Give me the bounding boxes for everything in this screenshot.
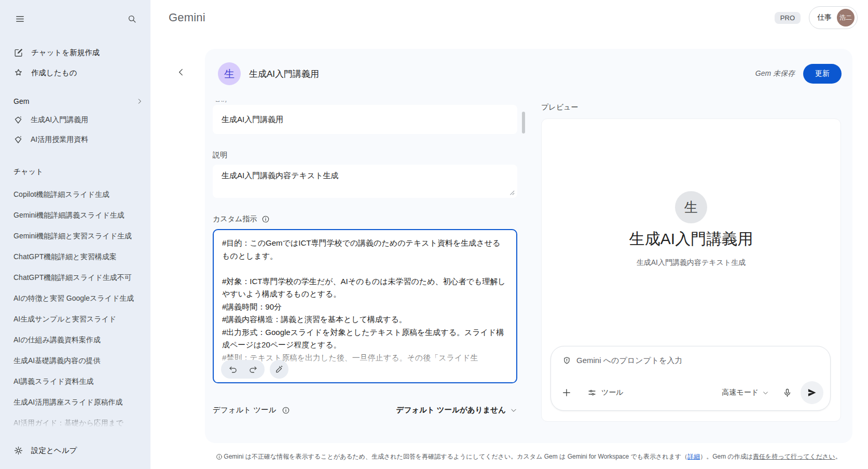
chat-item[interactable]: 生成AI活用講座スライド原稿作成 [13, 397, 141, 407]
chat-item[interactable]: Gemini機能詳細講義スライド生成 [13, 210, 141, 220]
default-tools-row: デフォルト ツール デフォルト ツールがありません [213, 405, 517, 415]
topbar-right: PRO 仕事 浩二 [775, 6, 858, 29]
disclaimer: Gemini は不正確な情報を表示することがあるため、生成された回答を再確認する… [205, 452, 852, 461]
prompt-input-box[interactable]: Gemini へのプロンプトを入力 ツール 高速モード [550, 346, 831, 411]
account-pill[interactable]: 仕事 浩二 [809, 6, 858, 29]
gem-form: 名前 生成AI入門講義用 説明 生成AI入門講義内容テキスト生成 カスタム指示 … [213, 101, 517, 415]
preview-header: プレビュー [541, 103, 841, 112]
chat-item[interactable]: AI生成サンプルと実習スライド [13, 314, 141, 324]
gem-editor-header: 生 生成AI入門講義用 Gem 未保存 更新 [218, 62, 842, 85]
chevron-left-icon [176, 68, 186, 77]
chat-item[interactable]: AI活用ガイド：基礎から応用まで [13, 418, 141, 428]
undo-button[interactable] [223, 360, 243, 379]
info-icon [216, 453, 223, 460]
send-button[interactable] [801, 381, 823, 404]
preview-gem-avatar: 生 [675, 191, 707, 223]
gem-item-label: AI活用授業用資料 [31, 135, 88, 144]
chat-item[interactable]: 生成AI基礎講義内容の提供 [13, 356, 141, 366]
sidebar-item-new-chat[interactable]: チャットを新規作成 [13, 47, 150, 58]
avatar[interactable]: 浩二 [837, 9, 855, 26]
page-title: 生成AI入門講義用 [249, 68, 319, 80]
name-input[interactable]: 生成AI入門講義用 [213, 105, 517, 134]
instructions-label: カスタム指示 [213, 215, 517, 224]
chat-list: Copilot機能詳細スライド生成 Gemini機能詳細講義スライド生成 Gem… [0, 190, 150, 428]
preview-section: プレビュー 生 生成AI入門講義用 生成AI入門講義内容テキスト生成 Gemin… [541, 103, 841, 422]
sliders-icon [587, 388, 597, 397]
instructions-textarea[interactable]: #目的：このGemではICT専門学校での講義のためのテキスト資料を生成させるもの… [213, 229, 517, 383]
details-link[interactable]: 詳細 [687, 453, 700, 460]
default-tools-label: デフォルト ツール [213, 405, 290, 415]
redo-button[interactable] [243, 360, 263, 379]
chat-item[interactable]: ChatGPT機能詳細と実習構成案 [13, 252, 141, 262]
star-badge-icon [13, 68, 23, 78]
sidebar-gem-item[interactable]: 生成AI入門講義用 [13, 115, 150, 125]
pen-sparkle-icon [274, 365, 284, 374]
description-label: 説明 [213, 151, 517, 160]
instructions-text: #目的：このGemではICT専門学校での講義のためのテキスト資料を生成させるもの… [214, 230, 516, 371]
chat-item[interactable]: ChatGPT機能詳細スライド生成不可 [13, 273, 141, 283]
resize-grip-icon[interactable] [508, 189, 515, 195]
back-button[interactable] [173, 64, 189, 80]
info-icon[interactable] [261, 215, 270, 223]
gem-item-label: 生成AI入門講義用 [31, 115, 88, 125]
chat-item[interactable]: Gemini機能詳細と実習スライド生成 [13, 231, 141, 241]
sidebar-gem-header[interactable]: Gem [13, 97, 143, 105]
name-label-clipped: 名前 [213, 101, 517, 105]
compose-icon [13, 48, 23, 58]
gem-editor-card: 生 生成AI入門講義用 Gem 未保存 更新 名前 生成AI入門講義用 説明 生… [205, 49, 852, 443]
plus-icon [561, 387, 572, 398]
add-attachment-button[interactable] [561, 387, 572, 398]
rewrite-magic-button[interactable] [270, 360, 288, 379]
description-input[interactable]: 生成AI入門講義内容テキスト生成 [213, 165, 517, 198]
form-scrollbar-thumb[interactable] [522, 112, 525, 133]
sidebar-item-created[interactable]: 作成したもの [13, 67, 150, 78]
chevron-down-icon [510, 407, 517, 414]
info-icon[interactable] [282, 406, 290, 414]
default-tools-select[interactable]: デフォルト ツールがありません [396, 405, 517, 415]
prompt-placeholder: Gemini へのプロンプトを入力 [576, 356, 683, 366]
preview-gem-title: 生成AI入門講義用 [542, 229, 841, 250]
sidebar-item-settings[interactable]: 設定とヘルプ [13, 446, 77, 455]
send-icon [807, 387, 817, 398]
sidebar: チャットを新規作成 作成したもの Gem 生成AI入門講義用 AI活用授業用資料… [0, 0, 150, 469]
gem-avatar: 生 [218, 62, 241, 85]
unsaved-status: Gem 未保存 [755, 69, 795, 78]
chat-item[interactable]: AIの特徴と実習 Googleスライド生成 [13, 293, 141, 303]
menu-icon[interactable] [13, 12, 26, 25]
preview-panel: 生 生成AI入門講義用 生成AI入門講義内容テキスト生成 Gemini へのプロ… [541, 118, 841, 422]
gem-icon [13, 135, 23, 144]
chat-item[interactable]: AI講義スライド資料生成 [13, 377, 141, 386]
tools-button[interactable]: ツール [587, 388, 624, 397]
chat-item[interactable]: Copilot機能詳細スライド生成 [13, 190, 141, 199]
update-button[interactable]: 更新 [803, 64, 842, 84]
chevron-right-icon [136, 98, 143, 105]
gear-icon [13, 446, 23, 455]
chevron-down-icon [762, 390, 769, 396]
responsibility-link[interactable]: 責任を持って行ってください [753, 453, 835, 460]
gemini-logo: Gemini [169, 11, 205, 24]
sidebar-item-label: 設定とヘルプ [31, 446, 77, 455]
account-label: 仕事 [817, 13, 832, 22]
microphone-icon [782, 388, 792, 398]
sidebar-item-label: チャットを新規作成 [31, 48, 100, 58]
mic-button[interactable] [782, 388, 792, 398]
chat-item[interactable]: AIの仕組み講義資料案作成 [13, 335, 141, 345]
search-icon[interactable] [126, 12, 138, 25]
sidebar-chat-header: チャット [13, 167, 143, 177]
gem-icon [13, 115, 23, 125]
pro-badge: PRO [775, 12, 801, 24]
undo-redo-group [221, 360, 265, 379]
mode-selector[interactable]: 高速モード [722, 388, 769, 397]
preview-gem-subtitle: 生成AI入門講義内容テキスト生成 [542, 258, 841, 267]
gem-shield-icon [562, 356, 571, 365]
sidebar-item-label: 作成したもの [31, 68, 77, 78]
sidebar-gem-item[interactable]: AI活用授業用資料 [13, 135, 150, 145]
